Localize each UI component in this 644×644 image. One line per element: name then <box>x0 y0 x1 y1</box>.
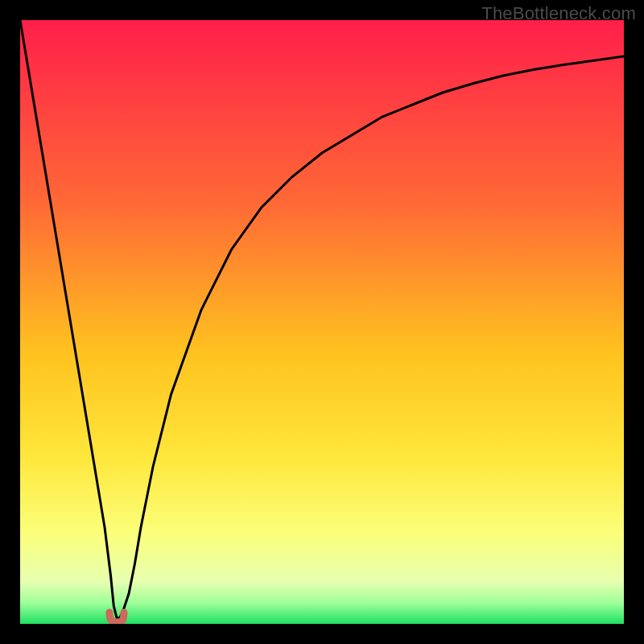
stage: TheBottleneck.com <box>0 0 644 644</box>
chart-plot-area <box>20 20 624 624</box>
gradient-background <box>20 20 624 624</box>
svg-rect-0 <box>20 20 624 624</box>
attribution-text: TheBottleneck.com <box>481 3 636 24</box>
